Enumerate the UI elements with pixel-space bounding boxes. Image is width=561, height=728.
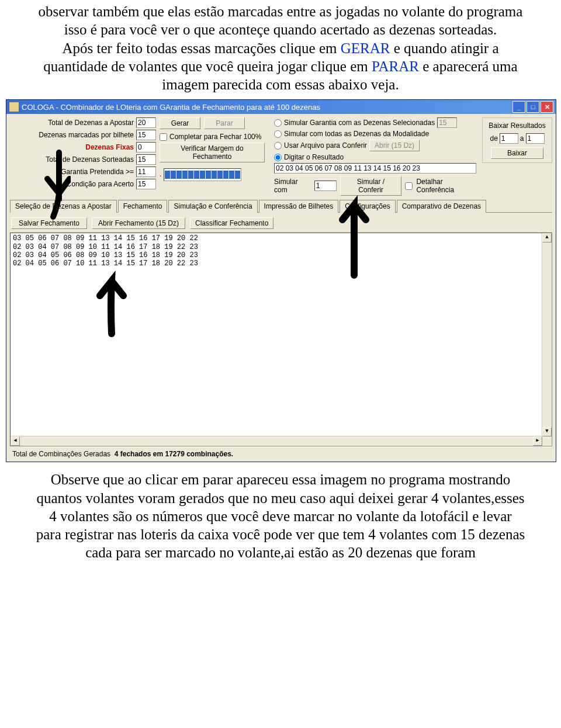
abrir-arquivo-button[interactable]: Abrir (15 Dz) — [369, 140, 420, 151]
completar-checkbox[interactable] — [160, 133, 167, 141]
sorteadas-label: Total de Dezenas Sorteadas — [46, 155, 134, 164]
abrir-fechamento-button[interactable]: Abrir Fechamento (15 Dz) — [92, 217, 185, 229]
action-row: Salvar Fechamento Abrir Fechamento (15 D… — [6, 213, 556, 233]
baixar-res-label: Baixar Resultados — [486, 122, 548, 130]
app-window: COLOGA - COmbinador de LOteria com GAran… — [6, 99, 556, 462]
tab-fechamento[interactable]: Fechamento — [118, 200, 168, 213]
parar-button[interactable]: Parar — [204, 117, 245, 129]
top-panel: Total de Dezenas a Apostar Dezenas marca… — [6, 114, 556, 197]
mid-column: Gerar Parar Completar para Fechar 100% V… — [160, 117, 271, 196]
a-input[interactable] — [526, 133, 545, 144]
simular-conferir-button[interactable]: Simular / Conferir — [340, 176, 402, 196]
detalhar-label: Detalhar Conferência — [416, 178, 479, 194]
scroll-down-icon[interactable]: ▼ — [542, 427, 552, 436]
status-label: Total de Combinações Geradas — [12, 450, 110, 458]
sim-garantia-val — [437, 117, 457, 128]
intro-p2a: Após ter feito todas essas marcações cli… — [62, 40, 340, 56]
tab-simulacao[interactable]: Simulação e Conferência — [168, 200, 257, 213]
simular-com-label: Simular com — [274, 178, 311, 194]
classificar-button[interactable]: Classificar Fechamento — [190, 217, 273, 229]
progress-bar — [164, 168, 241, 181]
sim-garantia-label: Simular Garantia com as Dezenas Selecion… — [284, 119, 435, 127]
result-row: 02 03 04 05 06 08 09 10 13 15 16 18 19 2… — [13, 251, 549, 259]
detalhar-checkbox[interactable] — [405, 182, 413, 190]
digitar-label: Digitar o Resultado — [284, 153, 344, 161]
condicao-input[interactable] — [136, 179, 156, 189]
digitar-radio[interactable] — [274, 154, 282, 161]
window-buttons: _ □ ✕ — [512, 101, 553, 113]
tabs: Seleção de Dezenas a Apostar Fechamento … — [10, 199, 552, 213]
a-label: a — [520, 134, 524, 143]
gerar-button[interactable]: Gerar — [160, 117, 200, 129]
close-button[interactable]: ✕ — [541, 101, 553, 113]
simular-com-input[interactable] — [314, 181, 337, 191]
left-column: Total de Dezenas a Apostar Dezenas marca… — [10, 117, 156, 196]
parar-word: PARAR — [372, 58, 419, 74]
minimize-button[interactable]: _ — [512, 101, 525, 113]
usar-arquivo-radio[interactable] — [274, 142, 282, 150]
sim-todas-label: Simular com todas as Dezenas da Modalida… — [284, 130, 429, 138]
window-title: COLOGA - COmbinador de LOteria com GAran… — [19, 103, 512, 112]
gerar-word: GERAR — [341, 40, 390, 56]
vertical-scrollbar[interactable]: ▲ ▼ — [542, 233, 552, 446]
far-column: Baixar Resultados de a Baixar — [482, 117, 552, 196]
fixas-label: Dezenas Fixas — [85, 143, 134, 151]
total-dezenas-label: Total de Dezenas a Apostar — [48, 119, 134, 127]
fixas-input[interactable] — [136, 142, 156, 152]
result-row: 02 03 04 07 08 09 10 11 14 16 17 18 19 2… — [13, 243, 549, 251]
resultado-input[interactable] — [274, 163, 476, 174]
marcadas-label: Dezenas marcadas por bilhete — [39, 131, 134, 139]
garantia-input[interactable] — [136, 167, 156, 177]
right-column: Simular Garantia com as Dezenas Selecion… — [274, 117, 479, 196]
completar-label: Completar para Fechar 100% — [169, 133, 261, 141]
horizontal-scrollbar[interactable]: ◀ ▶ — [11, 436, 542, 446]
results-area: 03 05 06 07 08 09 11 13 14 15 16 17 19 2… — [10, 233, 552, 446]
salvar-fechamento-button[interactable]: Salvar Fechamento — [11, 217, 87, 229]
sim-garantia-radio[interactable] — [274, 119, 282, 127]
scroll-up-icon[interactable]: ▲ — [542, 233, 552, 242]
verificar-button[interactable]: Verificar Margem do Fechamento — [160, 143, 265, 162]
maximize-button[interactable]: □ — [527, 101, 539, 113]
result-row: 03 05 06 07 08 09 11 13 14 15 16 17 19 2… — [13, 234, 549, 242]
app-icon — [9, 102, 19, 112]
intro-text: observar também que elas estão marcadas … — [0, 2, 561, 93]
scroll-right-icon[interactable]: ▶ — [533, 436, 542, 446]
tab-impressao[interactable]: Impressão de Bilhetes — [259, 200, 339, 213]
sim-todas-radio[interactable] — [274, 130, 282, 138]
de-label: de — [490, 134, 497, 143]
de-input[interactable] — [500, 133, 518, 144]
status-bar: Total de Combinações Geradas 4 fechados … — [6, 446, 556, 462]
titlebar: COLOGA - COmbinador de LOteria com GAran… — [6, 100, 556, 114]
sorteadas-input[interactable] — [136, 154, 156, 165]
outro-p1: Observe que ao clicar em parar apareceu … — [36, 472, 525, 560]
scroll-left-icon[interactable]: ◀ — [11, 436, 20, 446]
tab-config[interactable]: Configurações — [340, 200, 395, 213]
condicao-label: Condição para Acerto — [67, 180, 134, 188]
tab-comparativo[interactable]: Comparativo de Dezenas — [397, 200, 486, 213]
usar-arquivo-label: Usar Arquivo para Conferir — [284, 141, 367, 150]
result-row: 02 04 05 06 07 10 11 13 14 15 17 18 20 2… — [13, 259, 549, 268]
outro-text: Observe que ao clicar em parar apareceu … — [0, 470, 561, 561]
baixar-button[interactable]: Baixar — [491, 147, 543, 159]
tab-selecao[interactable]: Seleção de Dezenas a Apostar — [10, 200, 117, 213]
total-dezenas-input[interactable] — [136, 117, 156, 128]
garantia-label: Garantia Pretendida >= — [61, 168, 134, 176]
marcadas-input[interactable] — [136, 130, 156, 140]
status-value: 4 fechados em 17279 combinações. — [115, 450, 233, 458]
dot-label: . — [160, 170, 161, 178]
intro-p1: observar também que elas estão marcadas … — [39, 4, 523, 37]
